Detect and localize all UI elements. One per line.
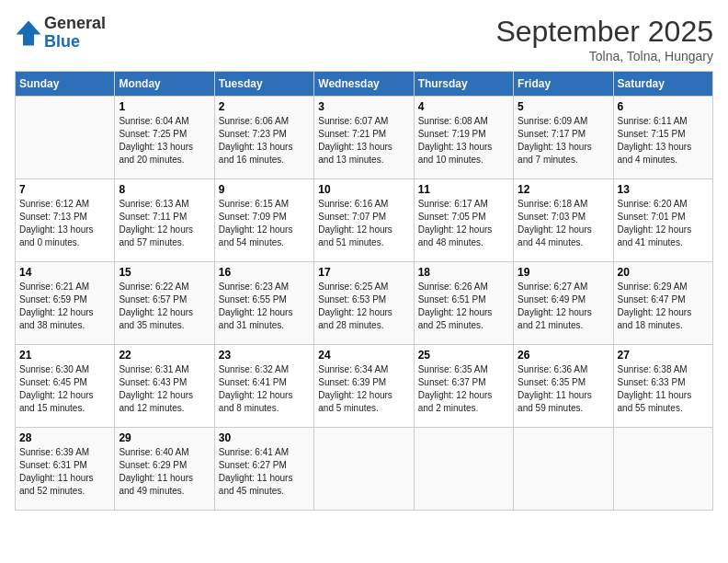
day-number: 17 (318, 266, 409, 279)
cell-info: Sunrise: 6:08 AMSunset: 7:19 PMDaylight:… (418, 115, 509, 167)
logo-general-text: General (44, 15, 106, 33)
logo-text: General Blue (44, 15, 106, 52)
calendar-cell: 4Sunrise: 6:08 AMSunset: 7:19 PMDaylight… (414, 97, 513, 179)
day-number: 26 (518, 349, 609, 362)
day-number: 28 (19, 431, 110, 444)
logo: General Blue (15, 15, 106, 52)
calendar-cell (414, 428, 513, 511)
calendar-cell: 18Sunrise: 6:26 AMSunset: 6:51 PMDayligh… (414, 262, 513, 345)
calendar-cell: 10Sunrise: 6:16 AMSunset: 7:07 PMDayligh… (314, 179, 414, 262)
cell-info: Sunrise: 6:04 AMSunset: 7:25 PMDaylight:… (119, 115, 210, 167)
day-number: 11 (418, 183, 509, 196)
calendar-header: SundayMondayTuesdayWednesdayThursdayFrid… (16, 72, 713, 97)
calendar-body: 1Sunrise: 6:04 AMSunset: 7:25 PMDaylight… (16, 97, 713, 511)
calendar-cell: 19Sunrise: 6:27 AMSunset: 6:49 PMDayligh… (514, 262, 613, 345)
day-number: 7 (19, 183, 110, 196)
day-number: 6 (618, 100, 709, 113)
day-number: 9 (219, 183, 310, 196)
day-number: 10 (318, 183, 409, 196)
cell-info: Sunrise: 6:23 AMSunset: 6:55 PMDaylight:… (219, 281, 310, 332)
day-number: 15 (119, 266, 210, 279)
day-number: 16 (219, 266, 310, 279)
day-number: 23 (219, 349, 310, 362)
logo-blue-text: Blue (44, 33, 106, 52)
calendar-cell: 22Sunrise: 6:31 AMSunset: 6:43 PMDayligh… (115, 345, 214, 428)
header-row: SundayMondayTuesdayWednesdayThursdayFrid… (16, 72, 713, 97)
calendar-week-3: 14Sunrise: 6:21 AMSunset: 6:59 PMDayligh… (16, 262, 713, 345)
cell-info: Sunrise: 6:06 AMSunset: 7:23 PMDaylight:… (219, 115, 310, 167)
month-title: September 2025 (495, 15, 713, 49)
cell-info: Sunrise: 6:07 AMSunset: 7:21 PMDaylight:… (318, 115, 409, 167)
cell-info: Sunrise: 6:20 AMSunset: 7:01 PMDaylight:… (618, 198, 709, 249)
day-number: 19 (518, 266, 609, 279)
cell-info: Sunrise: 6:29 AMSunset: 6:47 PMDaylight:… (618, 281, 709, 332)
calendar-cell: 3Sunrise: 6:07 AMSunset: 7:21 PMDaylight… (314, 97, 414, 179)
logo-icon (15, 19, 42, 47)
cell-info: Sunrise: 6:11 AMSunset: 7:15 PMDaylight:… (618, 115, 709, 167)
calendar-cell: 6Sunrise: 6:11 AMSunset: 7:15 PMDaylight… (613, 97, 712, 179)
cell-info: Sunrise: 6:18 AMSunset: 7:03 PMDaylight:… (518, 198, 609, 249)
day-number: 2 (219, 100, 310, 113)
calendar-cell: 28Sunrise: 6:39 AMSunset: 6:31 PMDayligh… (16, 428, 115, 511)
cell-info: Sunrise: 6:16 AMSunset: 7:07 PMDaylight:… (318, 198, 409, 249)
day-number: 24 (318, 349, 409, 362)
calendar-cell: 20Sunrise: 6:29 AMSunset: 6:47 PMDayligh… (613, 262, 712, 345)
calendar-week-2: 7Sunrise: 6:12 AMSunset: 7:13 PMDaylight… (16, 179, 713, 262)
cell-info: Sunrise: 6:34 AMSunset: 6:39 PMDaylight:… (318, 363, 409, 415)
cell-info: Sunrise: 6:09 AMSunset: 7:17 PMDaylight:… (518, 115, 609, 167)
cell-info: Sunrise: 6:21 AMSunset: 6:59 PMDaylight:… (19, 281, 110, 332)
calendar-cell: 12Sunrise: 6:18 AMSunset: 7:03 PMDayligh… (514, 179, 613, 262)
cell-info: Sunrise: 6:17 AMSunset: 7:05 PMDaylight:… (418, 198, 509, 249)
day-number: 21 (19, 349, 110, 362)
cell-info: Sunrise: 6:12 AMSunset: 7:13 PMDaylight:… (19, 198, 110, 249)
calendar-table: SundayMondayTuesdayWednesdayThursdayFrid… (15, 71, 713, 511)
calendar-cell (16, 97, 115, 179)
day-number: 4 (418, 100, 509, 113)
cell-info: Sunrise: 6:27 AMSunset: 6:49 PMDaylight:… (518, 281, 609, 332)
cell-info: Sunrise: 6:36 AMSunset: 6:35 PMDaylight:… (518, 363, 609, 415)
cell-info: Sunrise: 6:41 AMSunset: 6:27 PMDaylight:… (219, 446, 310, 498)
day-number: 20 (618, 266, 709, 279)
cell-info: Sunrise: 6:30 AMSunset: 6:45 PMDaylight:… (19, 363, 110, 415)
title-block: September 2025 Tolna, Tolna, Hungary (495, 15, 713, 63)
day-number: 22 (119, 349, 210, 362)
cell-info: Sunrise: 6:22 AMSunset: 6:57 PMDaylight:… (119, 281, 210, 332)
cell-info: Sunrise: 6:40 AMSunset: 6:29 PMDaylight:… (119, 446, 210, 498)
calendar-cell: 5Sunrise: 6:09 AMSunset: 7:17 PMDaylight… (514, 97, 613, 179)
day-number: 13 (618, 183, 709, 196)
day-number: 25 (418, 349, 509, 362)
calendar-cell (613, 428, 712, 511)
calendar-cell (314, 428, 414, 511)
page-header: General Blue September 2025 Tolna, Tolna… (15, 15, 713, 63)
calendar-cell: 9Sunrise: 6:15 AMSunset: 7:09 PMDaylight… (214, 179, 313, 262)
calendar-cell: 23Sunrise: 6:32 AMSunset: 6:41 PMDayligh… (214, 345, 313, 428)
cell-info: Sunrise: 6:32 AMSunset: 6:41 PMDaylight:… (219, 363, 310, 415)
calendar-cell: 30Sunrise: 6:41 AMSunset: 6:27 PMDayligh… (214, 428, 313, 511)
cell-info: Sunrise: 6:38 AMSunset: 6:33 PMDaylight:… (618, 363, 709, 415)
calendar-week-4: 21Sunrise: 6:30 AMSunset: 6:45 PMDayligh… (16, 345, 713, 428)
cell-info: Sunrise: 6:39 AMSunset: 6:31 PMDaylight:… (19, 446, 110, 498)
day-number: 3 (318, 100, 409, 113)
calendar-cell: 26Sunrise: 6:36 AMSunset: 6:35 PMDayligh… (514, 345, 613, 428)
calendar-cell: 2Sunrise: 6:06 AMSunset: 7:23 PMDaylight… (214, 97, 313, 179)
day-number: 29 (119, 431, 210, 444)
cell-info: Sunrise: 6:35 AMSunset: 6:37 PMDaylight:… (418, 363, 509, 415)
day-number: 1 (119, 100, 210, 113)
header-cell-monday: Monday (115, 72, 214, 97)
calendar-week-5: 28Sunrise: 6:39 AMSunset: 6:31 PMDayligh… (16, 428, 713, 511)
cell-info: Sunrise: 6:25 AMSunset: 6:53 PMDaylight:… (318, 281, 409, 332)
calendar-cell: 14Sunrise: 6:21 AMSunset: 6:59 PMDayligh… (16, 262, 115, 345)
day-number: 12 (518, 183, 609, 196)
location-text: Tolna, Tolna, Hungary (495, 49, 713, 63)
day-number: 8 (119, 183, 210, 196)
calendar-cell: 25Sunrise: 6:35 AMSunset: 6:37 PMDayligh… (414, 345, 513, 428)
calendar-cell: 11Sunrise: 6:17 AMSunset: 7:05 PMDayligh… (414, 179, 513, 262)
header-cell-wednesday: Wednesday (314, 72, 414, 97)
day-number: 30 (219, 431, 310, 444)
cell-info: Sunrise: 6:13 AMSunset: 7:11 PMDaylight:… (119, 198, 210, 249)
cell-info: Sunrise: 6:31 AMSunset: 6:43 PMDaylight:… (119, 363, 210, 415)
header-cell-thursday: Thursday (414, 72, 513, 97)
calendar-cell: 21Sunrise: 6:30 AMSunset: 6:45 PMDayligh… (16, 345, 115, 428)
calendar-cell: 29Sunrise: 6:40 AMSunset: 6:29 PMDayligh… (115, 428, 214, 511)
header-cell-tuesday: Tuesday (214, 72, 313, 97)
